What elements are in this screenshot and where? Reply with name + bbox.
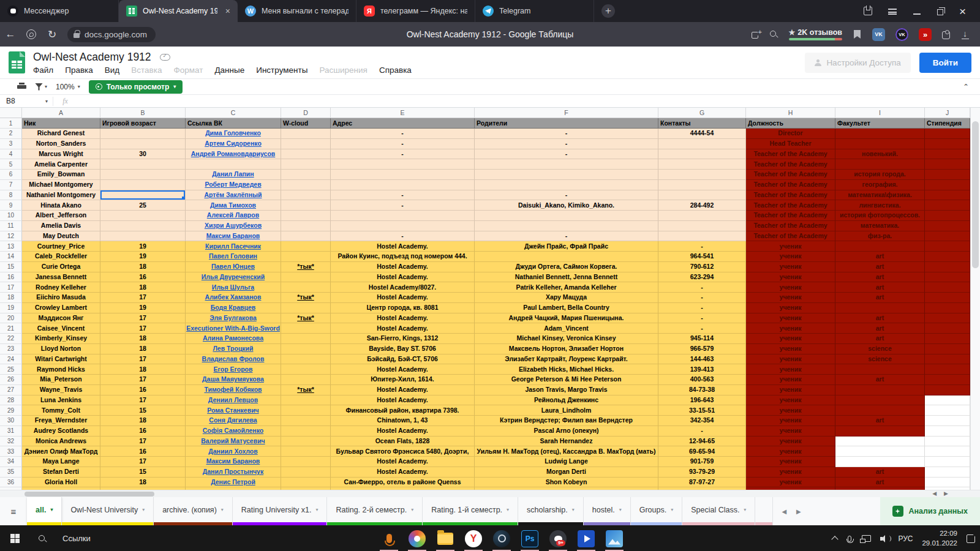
row-number[interactable]: 4: [0, 149, 22, 160]
cell-D15[interactable]: *тык*: [281, 262, 331, 272]
cell-D26[interactable]: [281, 375, 331, 385]
select-all-corner[interactable]: [0, 108, 22, 118]
cell-J9[interactable]: [925, 200, 970, 211]
cell-G10[interactable]: [658, 211, 746, 221]
row-number[interactable]: 11: [0, 221, 22, 231]
row-number[interactable]: 15: [0, 262, 22, 272]
cell-E32[interactable]: Ocean Flats, 1828: [331, 437, 475, 447]
row-number[interactable]: 26: [0, 375, 22, 385]
cell-A34[interactable]: Maya Lange: [22, 457, 100, 467]
cell-B3[interactable]: [100, 139, 186, 149]
cell-H9[interactable]: Teacher of the Academy: [746, 200, 835, 211]
cell-I30[interactable]: art: [835, 416, 925, 426]
cell-C25[interactable]: Егор Егоров: [186, 364, 281, 375]
cell-F17[interactable]: Patrik Kelleher, Amanda Kelleher: [475, 282, 658, 293]
cell-F12[interactable]: -: [475, 231, 658, 242]
cell-D20[interactable]: *тык*: [281, 313, 331, 324]
cell-J21[interactable]: [925, 323, 970, 334]
row-number[interactable]: 36: [0, 478, 22, 488]
cell-E17[interactable]: Hostel Academy/8027.: [331, 282, 475, 293]
cell-E7[interactable]: [331, 180, 475, 190]
cell-A16[interactable]: Janessa Bennett: [22, 272, 100, 283]
new-tab-button[interactable]: [599, 0, 617, 22]
cell-I31[interactable]: [835, 426, 925, 437]
sheet-tab-all.[interactable]: all.▾: [27, 497, 62, 525]
cell-C14[interactable]: Павел Головин: [186, 252, 281, 262]
cell-G2[interactable]: 4444-54: [658, 129, 746, 139]
cell-I12[interactable]: физ-ра.: [835, 231, 925, 242]
data-analysis-button[interactable]: Анализ данных: [880, 497, 980, 525]
tray-chevron-up-icon[interactable]: [832, 536, 839, 542]
yandex-music-extension-icon[interactable]: »: [919, 28, 932, 41]
cell-H25[interactable]: ученик: [746, 364, 835, 375]
cell-C2[interactable]: Дима Головченко: [186, 129, 281, 139]
cell-F14[interactable]: [475, 252, 658, 262]
cell-H2[interactable]: Director: [746, 129, 835, 139]
cell-D19[interactable]: [281, 303, 331, 313]
sheet-tab-hostel.[interactable]: hostel.▾: [584, 497, 631, 525]
cell-G34[interactable]: 901-759: [658, 457, 746, 467]
cell-H18[interactable]: ученик: [746, 293, 835, 303]
vscroll-handle[interactable]: [972, 121, 979, 268]
taskbar-app-steam-icon[interactable]: [488, 525, 516, 551]
cell-J23[interactable]: [925, 344, 970, 354]
extensions-puzzle-icon[interactable]: [942, 31, 950, 39]
cell-B1[interactable]: Игровой возраст: [100, 118, 186, 129]
row-number[interactable]: 14: [0, 252, 22, 262]
cell-B2[interactable]: [100, 129, 186, 139]
cell-D27[interactable]: *тык*: [281, 385, 331, 395]
cell-D36[interactable]: [281, 478, 331, 488]
cell-D30[interactable]: [281, 416, 331, 426]
cell-F16[interactable]: Nathaniel Bennett, Jenna Bennett: [475, 272, 658, 283]
row-number[interactable]: 25: [0, 364, 22, 375]
row-number[interactable]: 9: [0, 200, 22, 211]
cell-H27[interactable]: ученик: [746, 385, 835, 395]
cell-A32[interactable]: Monica Andrews: [22, 437, 100, 447]
cell-H21[interactable]: ученик: [746, 323, 835, 334]
cell-J11[interactable]: [925, 221, 970, 231]
taskbar-app-folder-icon[interactable]: [431, 525, 459, 551]
cell-A17[interactable]: Rodney Kelleher: [22, 282, 100, 293]
taskbar-app-movies-tv-icon[interactable]: [572, 525, 600, 551]
cell-E14[interactable]: Район Куинс, подъезд под номером 444.: [331, 252, 475, 262]
cell-D14[interactable]: [281, 252, 331, 262]
sheet-tab-Rating. 1-й семестр.[interactable]: Rating. 1-й семестр.▾: [423, 497, 518, 525]
cell-G16[interactable]: 623-294: [658, 272, 746, 283]
cell-J32[interactable]: [925, 437, 970, 447]
cell-J3[interactable]: [925, 139, 970, 149]
cell-E36[interactable]: Сан-Фиерро, отель в районе Quenss: [331, 478, 475, 488]
cell-A7[interactable]: Michael Montgomery: [22, 180, 100, 190]
cell-A4[interactable]: Marcus Wright: [22, 149, 100, 160]
row-number[interactable]: 5: [0, 159, 22, 170]
sheet-tab-Special Class.[interactable]: Special Class.▾: [682, 497, 755, 525]
cell-C24[interactable]: Владислав Фролов: [186, 354, 281, 365]
cell-G35[interactable]: 93-79-29: [658, 467, 746, 478]
cell-D7[interactable]: [281, 180, 331, 190]
cell-I11[interactable]: математика.: [835, 221, 925, 231]
cell-D31[interactable]: [281, 426, 331, 437]
cell-G21[interactable]: -: [658, 323, 746, 334]
cell-D6[interactable]: [281, 170, 331, 180]
view-mode-button[interactable]: Только просмотр ▾: [89, 80, 183, 94]
cell-I4[interactable]: новенький.: [835, 149, 925, 160]
cell-J13[interactable]: [925, 241, 970, 252]
cell-H35[interactable]: ученик: [746, 467, 835, 478]
cell-D11[interactable]: [281, 221, 331, 231]
cell-F24[interactable]: Элизабет Картрайт, Лоуренс Картрайт.: [475, 354, 658, 365]
cell-A14[interactable]: Caleb_Rockfeller: [22, 252, 100, 262]
row-number[interactable]: 32: [0, 437, 22, 447]
taskbar-app-microphone-icon[interactable]: [375, 525, 403, 551]
cell-F11[interactable]: [475, 221, 658, 231]
cell-J15[interactable]: [925, 262, 970, 272]
sheet-tab-scroll-arrows[interactable]: ◀▶: [773, 497, 809, 525]
cell-C36[interactable]: Денис Петрой: [186, 478, 281, 488]
row-number[interactable]: 35: [0, 467, 22, 478]
cell-D21[interactable]: [281, 323, 331, 334]
cell-I15[interactable]: art: [835, 262, 925, 272]
cell-H36[interactable]: ученик: [746, 478, 835, 488]
cell-H6[interactable]: Teacher of the Academy: [746, 170, 835, 180]
cell-F2[interactable]: -: [475, 129, 658, 139]
cell-E15[interactable]: Hostel Academy.: [331, 262, 475, 272]
taskbar-search-button[interactable]: [29, 534, 55, 543]
cell-D9[interactable]: [281, 200, 331, 211]
